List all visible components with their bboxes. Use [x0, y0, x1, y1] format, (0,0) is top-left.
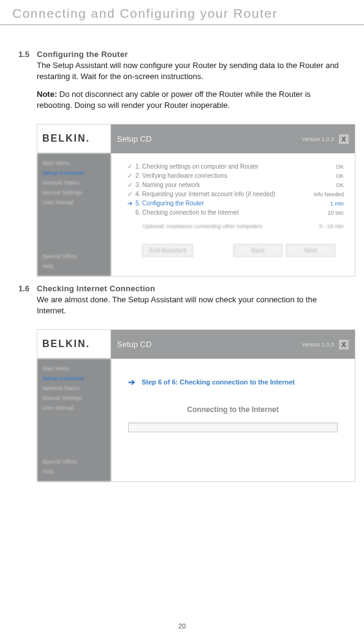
section-title: Checking Internet Connection — [37, 284, 346, 293]
step-label: 3. Naming your network — [135, 182, 301, 188]
sidebar-item-special-offers[interactable]: Special Offers — [42, 251, 107, 261]
sidebar-item-user-manual[interactable]: User Manual — [42, 197, 107, 207]
step-row: ✓ 1. Checking settings on computer and R… — [124, 162, 344, 171]
step-label: 6. Checking connection to the Internet — [135, 209, 301, 216]
end-assistant-button[interactable]: End Assistant — [142, 244, 193, 257]
page-content: 1.5 Configuring the Router The Setup Ass… — [0, 25, 364, 482]
optional-status: 5 - 15 min — [319, 223, 344, 229]
titlebar: Setup CD Version 1.0.3 X — [111, 124, 355, 153]
section-text: The Setup Assistant will now configure y… — [37, 60, 346, 82]
section-number: 1.5 — [18, 50, 37, 118]
note-body: Do not disconnect any cable or power off… — [37, 90, 311, 110]
sidebar: Main Menu Setup Assistant Network Status… — [37, 153, 111, 276]
sidebar-item-setup-assistant[interactable]: Setup Assistant — [42, 168, 107, 178]
screenshot-configuring-router: BELKIN. Setup CD Version 1.0.3 X Main Me… — [37, 124, 355, 277]
sidebar-item-main[interactable]: Main Menu — [42, 158, 107, 168]
section-note: Note: Do not disconnect any cable or pow… — [37, 89, 346, 110]
step-label: 2. Verifying hardware connections — [135, 172, 301, 179]
step-status: 1 min — [301, 201, 344, 207]
step-status: OK — [301, 173, 344, 179]
step-row: ✓ 3. Naming your network OK — [124, 180, 344, 189]
step-heading-text: Step 6 of 6: Checking connection to the … — [142, 378, 295, 386]
app-logo-cell: BELKIN. — [37, 124, 111, 153]
step-label: 4. Requesting your Internet account info… — [135, 191, 301, 197]
check-icon: ✓ — [124, 163, 135, 170]
check-icon: ✓ — [124, 182, 135, 188]
version-label: Version 1.0.3 — [301, 342, 334, 348]
section-text: We are almost done. The Setup Assistant … — [37, 294, 346, 316]
app-title: Setup CD — [117, 134, 151, 143]
page-number: 20 — [0, 622, 364, 630]
step-label: 5. Configuring the Router — [135, 200, 301, 207]
close-icon[interactable]: X — [339, 134, 349, 144]
sidebar-item-network-status[interactable]: Network Status — [42, 383, 107, 393]
step-row: ✓ 2. Verifying hardware connections OK — [124, 171, 344, 180]
check-icon: ✓ — [124, 191, 135, 197]
back-button[interactable]: Back — [233, 244, 282, 257]
belkin-logo: BELKIN. — [42, 133, 105, 144]
version-label: Version 1.0.3 — [301, 136, 334, 142]
arrow-right-icon: ➔ — [124, 200, 135, 207]
connecting-label: Connecting to the Internet — [128, 405, 338, 414]
optional-label: Optional: Assistance connecting other co… — [143, 223, 262, 229]
check-icon: ✓ — [124, 172, 135, 179]
close-icon[interactable]: X — [339, 340, 349, 350]
section-number: 1.6 — [18, 284, 37, 323]
current-step-heading: ➔ Step 6 of 6: Checking connection to th… — [128, 377, 338, 387]
optional-step: Optional: Assistance connecting other co… — [124, 223, 344, 229]
next-button[interactable]: Next — [286, 244, 335, 257]
sidebar-item-help[interactable]: Help — [42, 467, 107, 476]
step-row: 6. Checking connection to the Internet 1… — [124, 208, 344, 217]
button-row: End Assistant Back Next — [124, 240, 344, 266]
step-status: Info Needed — [301, 191, 344, 197]
sidebar-item-user-manual[interactable]: User Manual — [42, 403, 107, 413]
app-logo-cell: BELKIN. — [37, 330, 111, 359]
step-row-current: ➔ 5. Configuring the Router 1 min — [124, 199, 344, 208]
section-1-5: 1.5 Configuring the Router The Setup Ass… — [18, 50, 346, 118]
titlebar: Setup CD Version 1.0.3 X — [111, 330, 355, 359]
sidebar: Main Menu Setup Assistant Network Status… — [37, 359, 111, 481]
sidebar-item-main[interactable]: Main Menu — [42, 364, 107, 373]
progress-bar — [128, 422, 338, 432]
step-row: ✓ 4. Requesting your Internet account in… — [124, 189, 344, 199]
section-1-6: 1.6 Checking Internet Connection We are … — [18, 284, 346, 323]
step-status: OK — [301, 164, 344, 170]
section-title: Configuring the Router — [37, 50, 346, 59]
step-status: OK — [301, 182, 344, 188]
screenshot-checking-connection: BELKIN. Setup CD Version 1.0.3 X Main Me… — [37, 329, 355, 482]
sidebar-item-manual-settings[interactable]: Manual Settings — [42, 188, 107, 197]
page-header: Connecting and Configuring your Router — [0, 0, 364, 23]
setup-steps-list: ✓ 1. Checking settings on computer and R… — [124, 162, 344, 229]
arrow-right-icon: ➔ — [128, 377, 135, 387]
app-title: Setup CD — [117, 340, 151, 349]
sidebar-item-setup-assistant[interactable]: Setup Assistant — [42, 373, 107, 383]
step-status: 10 sec — [301, 210, 344, 216]
sidebar-item-special-offers[interactable]: Special Offers — [42, 457, 107, 467]
step-label: 1. Checking settings on computer and Rou… — [135, 163, 301, 170]
sidebar-item-network-status[interactable]: Network Status — [42, 178, 107, 188]
sidebar-item-manual-settings[interactable]: Manual Settings — [42, 393, 107, 403]
sidebar-item-help[interactable]: Help — [42, 261, 107, 271]
belkin-logo: BELKIN. — [42, 338, 105, 350]
note-label: Note: — [37, 90, 57, 99]
main-panel: ✓ 1. Checking settings on computer and R… — [111, 153, 355, 276]
main-panel: ➔ Step 6 of 6: Checking connection to th… — [111, 359, 355, 481]
